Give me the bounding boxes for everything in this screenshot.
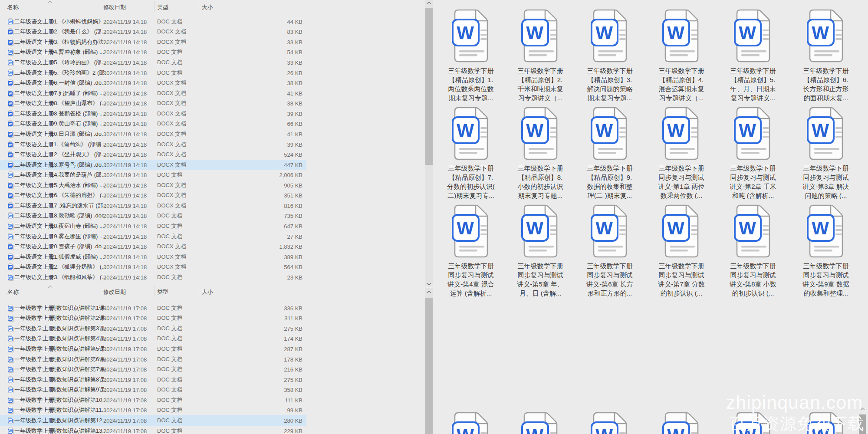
file-row[interactable]: W 二年级语文上册 05.《玲玲的画》 (部... 2024/11/19 14:… xyxy=(0,57,306,68)
file-row[interactable]: W 二年级语文上册 19.雾在哪里 (部编) .... 2024/11/19 1… xyxy=(0,231,306,242)
file-label-line: 三年级数学下册 xyxy=(506,261,575,270)
file-row[interactable]: W 一年级数学上册 奥数知识点讲解第7课... 2024/11/19 17:08… xyxy=(0,364,306,375)
file-icon-item[interactable]: W 三年级数学下册【精品原创】8.小数的初步认识期末复习专题... xyxy=(506,106,575,200)
file-row[interactable]: W 二年级语文上册 07.妈妈睡了 (部编) .... 2024/11/19 1… xyxy=(0,88,306,99)
file-row[interactable]: W 二年级语文上册 08.《望庐山瀑布》 (... 2024/11/19 14:… xyxy=(0,99,306,109)
file-row[interactable]: W 二年级语文上册 01.《小蝌蚪找妈妈》 ... 2024/11/19 14:… xyxy=(0,16,306,27)
column-header-date[interactable]: 修改日期 xyxy=(103,288,126,296)
file-row[interactable]: W 二年级语文上册 15.大禹治水 (部编) .... 2024/11/19 1… xyxy=(0,180,306,191)
file-icon-item[interactable]: W 三年级数学下册同步复习与测试讲义-第7章 分数的初步认识 (... xyxy=(647,204,716,298)
file-row[interactable]: W 二年级语文上册 09.黄山奇石 (部编) .... 2024/11/19 1… xyxy=(0,119,306,129)
scrollbar-up-icon[interactable] xyxy=(427,2,431,6)
scrollbar-upper[interactable] xyxy=(425,0,433,286)
column-divider[interactable] xyxy=(154,286,155,297)
file-row[interactable]: W 二年级语文上册 23.《纸船和风筝》 (... 2024/11/19 14:… xyxy=(0,272,306,283)
file-row[interactable]: W 一年级数学上册 奥数知识点讲解第1课... 2024/11/19 17:08… xyxy=(0,303,306,313)
file-label: 三年级数学下册同步复习与测试讲义-第3章 解决问题的策略 (... xyxy=(791,164,861,200)
file-icon-item[interactable]: W xyxy=(436,411,506,434)
file-icon-item[interactable]: W 三年级数学下册同步复习与测试讲义-第4章 混合运算 (含解析... xyxy=(436,204,506,298)
scrollbar-down-icon[interactable] xyxy=(427,281,431,286)
file-row[interactable]: W 一年级数学上册 奥数知识点讲解第8课... 2024/11/19 17:08… xyxy=(0,375,306,385)
file-row[interactable]: W 二年级语文上册 16.《朱德的扁担》 (... 2024/11/19 14:… xyxy=(0,191,306,201)
file-icon-item[interactable]: W 三年级数学下册同步复习与测试讲义-第2章 千米和吨 (含解析... xyxy=(718,106,788,200)
file-size: 27 KB xyxy=(287,233,302,240)
file-icon-item[interactable]: W 三年级数学下册【精品原创】3.解决问题的策略期末复习专题... xyxy=(575,9,644,102)
file-name-prefix: 二年级语文上册 xyxy=(14,191,54,199)
column-header-type[interactable]: 类型 xyxy=(157,288,168,296)
file-row[interactable]: W 二年级语文上册 02.《我是什么》 (部... 2024/11/19 14:… xyxy=(0,27,306,37)
column-header-name[interactable]: 名称 xyxy=(7,288,19,296)
file-label-line: 三年级数学下册 xyxy=(791,261,861,270)
column-header-type[interactable]: 类型 xyxy=(157,3,168,11)
file-size: 735 KB xyxy=(284,213,302,219)
file-row[interactable]: W 一年级数学上册 奥数知识点讲解第3课... 2024/11/19 17:08… xyxy=(0,323,306,334)
file-name-prefix: 二年级语文上册 xyxy=(14,79,54,87)
file-label-line: 同步复习与测试 xyxy=(718,270,788,279)
file-row[interactable]: W 一年级数学上册 奥数知识点讲解第12... 2024/11/19 17:08… xyxy=(0,415,306,426)
file-row[interactable]: W 一年级数学上册 奥数知识点讲解第5课... 2024/11/19 17:08… xyxy=(0,344,306,354)
file-row[interactable]: W 二年级语文上册 20.雪孩子 (部编) .do... 2024/11/19 … xyxy=(0,241,306,252)
file-type: DOCX 文档 xyxy=(157,28,186,36)
file-row[interactable]: W 一年级数学上册 奥数知识点讲解第13... 2024/11/19 17:08… xyxy=(0,426,306,434)
column-divider[interactable] xyxy=(304,286,304,297)
column-divider[interactable] xyxy=(199,286,199,297)
file-row[interactable]: W 一年级数学上册 奥数知识点讲解第6课... 2024/11/19 17:08… xyxy=(0,354,306,365)
scrollbar-lower[interactable] xyxy=(425,288,433,434)
column-header-row: 名称 修改日期 类型 大小 xyxy=(0,285,306,299)
file-icon-item[interactable]: W xyxy=(506,411,575,434)
file-row[interactable]: W 二年级语文上册 11.《葡萄沟》 (部编... 2024/11/19 14:… xyxy=(0,139,306,150)
column-divider[interactable] xyxy=(304,1,304,12)
file-icon-item[interactable]: W 三年级数学下册【精品原创】1.两位数乘两位数期末复习专题... xyxy=(436,9,506,102)
file-row[interactable]: W 二年级语文上册 22.《狐狸分奶酪》 (... 2024/11/19 14:… xyxy=(0,262,306,273)
file-icon-item[interactable]: W 三年级数学下册【精品原创】6.长方形和正方形的面积期末复... xyxy=(791,9,861,102)
file-row[interactable]: W 一年级数学上册 奥数知识点讲解第4课... 2024/11/19 17:08… xyxy=(0,334,306,344)
column-divider[interactable] xyxy=(101,286,101,297)
file-type: DOCX 文档 xyxy=(157,110,186,118)
file-row[interactable]: W 二年级语文上册 14.我要的是葫芦 (部... 2024/11/19 14:… xyxy=(0,170,306,180)
file-row[interactable]: W 二年级语文上册 06.一封信 (部编) .do... 2024/11/19 … xyxy=(0,78,306,88)
column-header-date[interactable]: 修改日期 xyxy=(103,3,126,11)
column-header-size[interactable]: 大小 xyxy=(202,288,213,296)
file-row[interactable]: W 二年级语文上册 18.夜宿山寺 (部编) .... 2024/11/19 1… xyxy=(0,221,306,231)
file-label-line: 讲义-第3章 解决 xyxy=(791,182,861,191)
file-row[interactable]: W 二年级语文上册 13.寒号鸟 (部编) .do... 2024/11/19 … xyxy=(0,160,306,170)
file-icon-item[interactable]: W 三年级数学下册同步复习与测试讲义-第8章 小数的初步认识 (... xyxy=(718,204,788,298)
file-row[interactable]: W 一年级数学上册 奥数知识点讲解第11... 2024/11/19 17:08… xyxy=(0,405,306,416)
file-row[interactable]: W 二年级语文上册 12.《坐井观天》 (部... 2024/11/19 14:… xyxy=(0,149,306,160)
column-divider[interactable] xyxy=(101,1,101,12)
file-row[interactable]: W 二年级语文上册 17 .难忘的泼水节 (部... 2024/11/19 14… xyxy=(0,201,306,211)
column-divider[interactable] xyxy=(199,1,199,12)
file-icon-item[interactable]: W 三年级数学下册【精品原创】9.数据的收集和整理(二-)期末复... xyxy=(575,106,644,200)
file-icon-item[interactable]: W 三年级数学下册【精品原创】7.分数的初步认识(二)期末复习专... xyxy=(436,106,506,200)
scrollbar-thumb[interactable] xyxy=(425,298,433,434)
file-row[interactable]: W 一年级数学上册 奥数知识点讲解第2课... 2024/11/19 17:08… xyxy=(0,313,306,324)
file-row[interactable]: W 二年级语文上册 08.登鹳雀楼 (部编) .... 2024/11/19 1… xyxy=(0,108,306,119)
file-row[interactable]: W 二年级语文上册 03.《植物妈妈有办法... 2024/11/19 14:1… xyxy=(0,37,306,47)
column-header-size[interactable]: 大小 xyxy=(202,3,213,11)
file-row[interactable]: W 一年级数学上册 奥数知识点讲解第10... 2024/11/19 17:08… xyxy=(0,395,306,405)
file-icon-item[interactable]: W xyxy=(575,411,644,434)
column-header-name[interactable]: 名称 xyxy=(7,3,19,11)
file-row[interactable]: W 二年级语文上册 05.《玲玲的画》2 (部... 2024/11/19 14… xyxy=(0,68,306,78)
file-icon-item[interactable]: W 三年级数学下册【精品原创】4.混合运算期末复习专题讲义（... xyxy=(647,9,716,102)
svg-text:W: W xyxy=(812,120,829,141)
file-icon-item[interactable]: W 三年级数学下册【精品原创】2.千米和吨期末复习专题讲义（... xyxy=(506,9,575,102)
file-row[interactable]: W 二年级语文上册 10.日月潭 (部编) .do... 2024/11/19 … xyxy=(0,129,306,139)
file-icon-item[interactable]: W xyxy=(647,411,716,434)
file-icon-item[interactable]: W 三年级数学下册同步复习与测试讲义-第1章 两位数乘两位数 (... xyxy=(647,106,716,200)
file-icon-item[interactable]: W 三年级数学下册同步复习与测试讲义-第3章 解决问题的策略 (... xyxy=(791,106,861,200)
scrollbar-up-icon[interactable] xyxy=(427,291,431,295)
file-row[interactable]: W 二年级语文上册 18.敕勒歌 (部编) .doc 2024/11/19 14… xyxy=(0,211,306,221)
scrollbar-thumb[interactable] xyxy=(425,8,433,165)
file-row[interactable]: W 一年级数学上册 奥数知识点讲解第9课... 2024/11/19 17:08… xyxy=(0,385,306,395)
file-row[interactable]: W 二年级语文上册 21.狐假虎威 (部编) .... 2024/11/19 1… xyxy=(0,252,306,262)
file-icon-item[interactable]: W 三年级数学下册同步复习与测试讲义-第6章 长方形和正方形的... xyxy=(575,204,644,298)
svg-text:W: W xyxy=(9,214,12,218)
file-type: DOC 文档 xyxy=(157,427,183,434)
file-icon-item[interactable]: W 三年级数学下册同步复习与测试讲义-第5章 年、月、日 (含解... xyxy=(506,204,575,298)
file-icon-item[interactable]: W 三年级数学下册【精品原创】5.年、月、日期末复习专题讲义... xyxy=(718,9,788,102)
column-divider[interactable] xyxy=(154,1,155,12)
file-row[interactable]: W 二年级语文上册 04.曹冲称象 (部编) .... 2024/11/19 1… xyxy=(0,47,306,58)
modified-date: 2024/11/19 14:18 xyxy=(103,274,147,280)
file-icon-item[interactable]: W 三年级数学下册同步复习与测试讲义-第9章 数据的收集和整理... xyxy=(791,204,861,298)
